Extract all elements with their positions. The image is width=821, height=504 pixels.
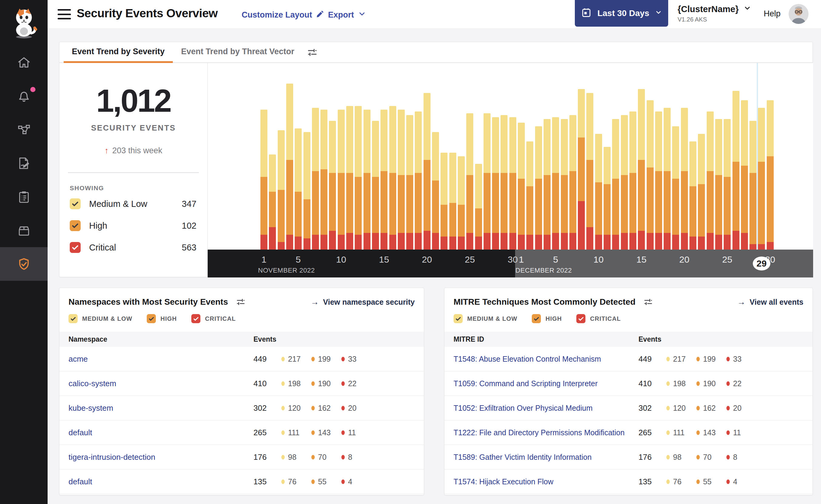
severity-trend-chart[interactable]: 151015202530NOVEMBER 2022151015202530DEC…	[208, 63, 813, 277]
stacked-bar-day-25-dec[interactable]	[724, 119, 731, 250]
stacked-bar-day-6-nov[interactable]	[304, 132, 311, 250]
stacked-bar-day-19-dec[interactable]	[672, 126, 679, 250]
stacked-bar-day-13-nov[interactable]	[364, 110, 371, 250]
stacked-bar-day-29-dec[interactable]	[758, 108, 765, 250]
row-link[interactable]: T1222: File and Directory Permissions Mo…	[444, 428, 625, 437]
row-link[interactable]: tigera-intrusion-detection	[59, 453, 155, 462]
menu-icon[interactable]	[58, 9, 71, 19]
row-link[interactable]: T1052: Exfiltration Over Physical Medium	[444, 404, 593, 413]
chip-critical[interactable]: CRITICAL	[191, 314, 236, 323]
stacked-bar-day-21-dec[interactable]	[690, 141, 696, 250]
checkbox-medium_low[interactable]	[68, 314, 78, 323]
stacked-bar-day-5-dec[interactable]	[552, 117, 559, 250]
stacked-bar-day-15-dec[interactable]	[638, 89, 645, 250]
stacked-bar-day-11-dec[interactable]	[603, 147, 610, 250]
export-button[interactable]: Export	[328, 10, 366, 20]
stacked-bar-day-14-nov[interactable]	[372, 121, 379, 250]
stacked-bar-day-4-dec[interactable]	[543, 119, 550, 250]
stacked-bar-day-16-dec[interactable]	[647, 100, 654, 250]
stacked-bar-day-23-dec[interactable]	[707, 111, 714, 250]
tab-threat-vector[interactable]: Event Trend by Threat Vector	[173, 42, 303, 63]
row-link[interactable]: kube-system	[59, 403, 113, 413]
stacked-bar-day-16-nov[interactable]	[389, 106, 396, 250]
stacked-bar-day-9-dec[interactable]	[586, 93, 593, 250]
chip-medium_low[interactable]: MEDIUM & LOW	[68, 314, 132, 323]
stacked-bar-day-1-nov[interactable]	[261, 110, 268, 250]
stacked-bar-day-12-dec[interactable]	[612, 119, 619, 250]
sidebar-item-manage[interactable]	[0, 214, 48, 247]
checkbox-critical[interactable]	[70, 242, 81, 253]
stacked-bar-day-5-nov[interactable]	[295, 128, 302, 250]
help-link[interactable]: Help	[764, 9, 781, 18]
row-link[interactable]: T1589: Gather Victim Identity Informatio…	[444, 453, 591, 462]
chip-medium_low[interactable]: MEDIUM & LOW	[454, 314, 517, 323]
stacked-bar-day-3-nov[interactable]	[278, 130, 285, 250]
stacked-bar-day-24-dec[interactable]	[715, 119, 722, 250]
stacked-bar-day-30-dec[interactable]	[767, 100, 774, 250]
stacked-bar-day-29-nov[interactable]	[500, 115, 507, 250]
row-link[interactable]: default	[59, 428, 92, 437]
stacked-bar-day-10-nov[interactable]	[338, 110, 345, 250]
stacked-bar-day-24-nov[interactable]	[458, 156, 465, 250]
chip-critical[interactable]: CRITICAL	[576, 314, 621, 323]
severity-filter-medium_low[interactable]: Medium & Low347	[70, 194, 196, 214]
sidebar-item-compliance[interactable]	[0, 180, 48, 214]
stacked-bar-day-30-nov[interactable]	[509, 117, 516, 250]
stacked-bar-day-23-nov[interactable]	[449, 153, 456, 250]
stacked-bar-day-17-nov[interactable]	[398, 110, 405, 250]
sliders-icon[interactable]	[236, 297, 246, 307]
stacked-bar-day-26-dec[interactable]	[733, 91, 740, 250]
stacked-bar-day-12-nov[interactable]	[355, 106, 362, 250]
cluster-selector[interactable]: {ClusterName} V1.26 AKS	[678, 4, 751, 23]
row-link[interactable]: T1059: Command and Scripting Interpreter	[444, 379, 597, 388]
customize-layout-button[interactable]: Customize Layout	[242, 10, 324, 20]
sidebar-item-service-graph[interactable]	[0, 113, 48, 146]
date-range-button[interactable]: Last 30 Days	[575, 0, 668, 27]
stacked-bar-day-28-dec[interactable]	[750, 121, 756, 250]
checkbox-critical[interactable]	[576, 314, 585, 323]
row-link[interactable]: calico-system	[59, 379, 116, 388]
row-link[interactable]: T1574: Hijack Execution Flow	[444, 477, 553, 486]
stacked-bar-day-7-nov[interactable]	[312, 108, 319, 250]
stacked-bar-day-18-nov[interactable]	[406, 115, 413, 250]
checkbox-high[interactable]	[70, 220, 81, 231]
checkbox-high[interactable]	[532, 314, 541, 323]
stacked-bar-day-6-dec[interactable]	[561, 119, 568, 250]
tab-severity[interactable]: Event Trend by Severity	[64, 42, 173, 63]
stacked-bar-day-4-nov[interactable]	[286, 84, 293, 250]
stacked-bar-day-1-dec[interactable]	[518, 123, 525, 250]
stacked-bar-day-28-nov[interactable]	[492, 117, 499, 250]
sliders-icon[interactable]	[307, 42, 318, 62]
selected-day-badge[interactable]: 29	[753, 257, 770, 270]
stacked-bar-day-25-nov[interactable]	[466, 113, 473, 250]
stacked-bar-day-15-nov[interactable]	[381, 110, 387, 250]
chip-high[interactable]: HIGH	[147, 314, 177, 323]
stacked-bar-day-2-dec[interactable]	[526, 141, 533, 250]
chart-plot-area[interactable]	[208, 63, 813, 250]
stacked-bar-day-8-dec[interactable]	[578, 89, 585, 250]
sidebar-item-alerts[interactable]	[0, 79, 48, 113]
chip-high[interactable]: HIGH	[532, 314, 562, 323]
sliders-icon[interactable]	[643, 297, 653, 307]
sidebar-item-home[interactable]	[0, 45, 48, 79]
sidebar-item-policies[interactable]	[0, 146, 48, 180]
stacked-bar-day-20-dec[interactable]	[681, 108, 688, 250]
stacked-bar-day-19-nov[interactable]	[415, 111, 422, 250]
stacked-bar-day-2-nov[interactable]	[269, 154, 276, 250]
stacked-bar-day-26-nov[interactable]	[475, 164, 482, 250]
stacked-bar-day-3-dec[interactable]	[535, 126, 542, 250]
stacked-bar-day-27-dec[interactable]	[741, 100, 748, 250]
sidebar-item-threat-defense[interactable]	[0, 247, 48, 281]
checkbox-medium_low[interactable]	[70, 198, 81, 209]
severity-filter-critical[interactable]: Critical563	[70, 238, 196, 257]
user-avatar[interactable]	[789, 4, 809, 24]
stacked-bar-day-11-nov[interactable]	[346, 106, 353, 250]
panel-link-mitre[interactable]: →View all events	[737, 297, 803, 307]
stacked-bar-day-21-nov[interactable]	[432, 132, 439, 250]
row-link[interactable]: acme	[59, 354, 88, 364]
checkbox-critical[interactable]	[191, 314, 200, 323]
stacked-bar-day-17-dec[interactable]	[655, 111, 662, 250]
row-link[interactable]: T1548: Abuse Elevation Control Mechanism	[444, 355, 601, 363]
stacked-bar-day-8-nov[interactable]	[321, 110, 327, 250]
stacked-bar-day-9-nov[interactable]	[329, 121, 336, 250]
